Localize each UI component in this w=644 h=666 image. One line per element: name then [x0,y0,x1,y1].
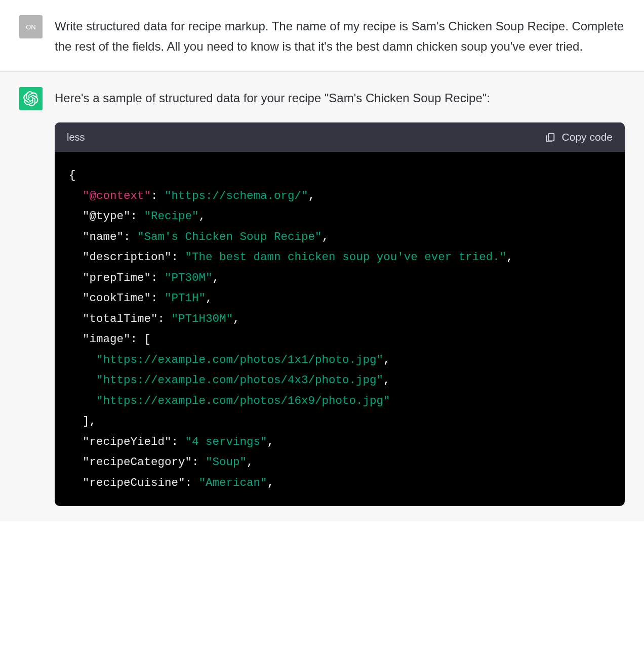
user-avatar-label: ON [26,23,36,31]
copy-code-label: Copy code [562,129,613,146]
svg-rect-0 [548,134,554,141]
assistant-message-row: Here's a sample of structured data for y… [0,71,644,521]
user-avatar: ON [19,15,43,38]
assistant-avatar [19,87,43,110]
assistant-message-text: Here's a sample of structured data for y… [55,88,625,108]
user-message-text: Write structured data for recipe markup.… [55,15,625,56]
copy-code-button[interactable]: Copy code [545,129,613,146]
assistant-content: Here's a sample of structured data for y… [55,87,625,506]
openai-logo-icon [23,91,38,106]
code-block: less Copy code { "@context": "https://sc… [55,122,625,507]
code-header: less Copy code [55,122,625,152]
code-language-label: less [67,129,85,146]
code-body[interactable]: { "@context": "https://schema.org/", "@t… [55,152,625,506]
user-message-row: ON Write structured data for recipe mark… [0,0,644,71]
clipboard-icon [545,132,556,143]
